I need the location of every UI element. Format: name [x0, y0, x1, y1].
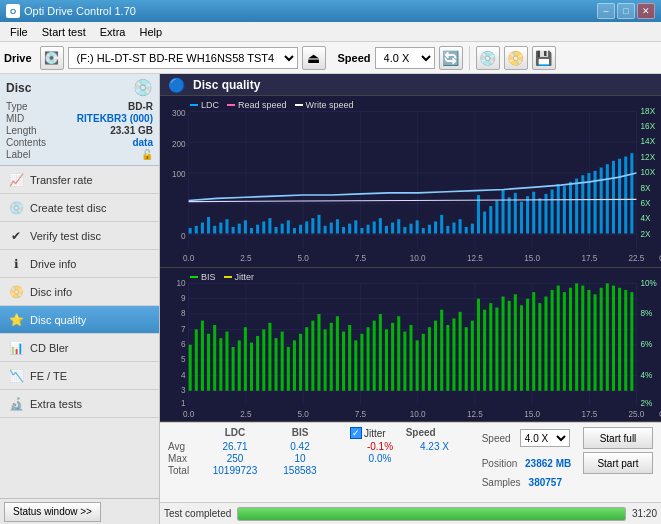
svg-text:2.5: 2.5 [240, 253, 252, 263]
svg-rect-196 [612, 285, 615, 390]
svg-text:10.0: 10.0 [410, 408, 426, 418]
disc-quality-label: Disc quality [30, 314, 86, 326]
drive-icon-btn[interactable]: 💽 [40, 46, 64, 70]
verify-test-disc-label: Verify test disc [30, 230, 101, 242]
disc-panel: Disc 💿 Type BD-R MID RITEKBR3 (000) Leng… [0, 74, 159, 166]
svg-rect-129 [201, 320, 204, 390]
samples-value: 380757 [529, 477, 562, 488]
svg-rect-153 [348, 325, 351, 391]
sidebar-item-verify-test-disc[interactable]: ✔ Verify test disc [0, 222, 159, 250]
svg-text:4%: 4% [641, 369, 653, 379]
disc-btn-2[interactable]: 📀 [504, 46, 528, 70]
svg-text:10%: 10% [641, 277, 658, 287]
svg-rect-30 [287, 220, 290, 233]
svg-rect-158 [379, 314, 382, 391]
svg-text:6%: 6% [641, 338, 653, 348]
menu-file[interactable]: File [4, 24, 34, 40]
svg-rect-195 [606, 283, 609, 390]
disc-panel-icon: 💿 [133, 78, 153, 97]
nav-items: 📈 Transfer rate 💿 Create test disc ✔ Ver… [0, 166, 159, 498]
drive-info-label: Drive info [30, 258, 76, 270]
jitter-checkbox-container[interactable]: ✓ Jitter [350, 427, 386, 439]
sidebar-item-drive-info[interactable]: ℹ Drive info [0, 250, 159, 278]
status-window-button[interactable]: Status window >> [4, 502, 101, 522]
speed-right-select[interactable]: 4.0 X [520, 429, 570, 447]
svg-rect-133 [225, 331, 228, 390]
disc-btn-1[interactable]: 💿 [476, 46, 500, 70]
disc-contents-label: Contents [6, 137, 46, 148]
svg-rect-128 [195, 329, 198, 390]
menu-extra[interactable]: Extra [94, 24, 132, 40]
total-bis: 158583 [270, 465, 330, 476]
svg-rect-16 [201, 223, 204, 234]
svg-rect-15 [195, 226, 198, 234]
chart2-legend: BIS Jitter [190, 272, 254, 282]
svg-rect-62 [483, 212, 486, 234]
start-part-button[interactable]: Start part [583, 452, 653, 474]
write-speed-legend-dot [295, 104, 303, 106]
sidebar-item-extra-tests[interactable]: 🔬 Extra tests [0, 390, 159, 418]
svg-rect-191 [581, 285, 584, 390]
svg-rect-28 [275, 227, 278, 234]
disc-mid-label: MID [6, 113, 24, 124]
svg-rect-138 [256, 335, 259, 390]
disc-length-label: Length [6, 125, 37, 136]
start-full-button[interactable]: Start full [583, 427, 653, 449]
sidebar-item-create-test-disc[interactable]: 💿 Create test disc [0, 194, 159, 222]
ldc-legend-label: LDC [201, 100, 219, 110]
speed-select[interactable]: 4.0 X [375, 47, 435, 69]
svg-rect-51 [416, 220, 419, 233]
app-title: Opti Drive Control 1.70 [24, 5, 597, 17]
menu-start-test[interactable]: Start test [36, 24, 92, 40]
refresh-button[interactable]: 🔄 [439, 46, 463, 70]
stats-table: LDC BIS ✓ Jitter Speed Avg 26.71 0.42 -0… [160, 423, 474, 502]
disc-contents-value: data [132, 137, 153, 148]
bis-legend-item: BIS [190, 272, 216, 282]
svg-text:10X: 10X [641, 167, 656, 177]
svg-text:10: 10 [176, 277, 185, 287]
window-controls: – □ ✕ [597, 3, 655, 19]
close-button[interactable]: ✕ [637, 3, 655, 19]
ldc-chart-svg: 300 200 100 0 18X 16X 14X 12X 10X 8X 6X … [160, 96, 661, 267]
svg-rect-163 [409, 325, 412, 391]
svg-rect-32 [299, 225, 302, 234]
svg-rect-171 [459, 311, 462, 390]
svg-rect-21 [232, 227, 235, 234]
max-label: Max [168, 453, 200, 464]
cd-bler-label: CD Bler [30, 342, 69, 354]
svg-text:8: 8 [181, 307, 186, 317]
svg-rect-141 [275, 338, 278, 391]
sidebar-status-bar: Status window >> [0, 498, 159, 524]
svg-rect-54 [434, 221, 437, 233]
maximize-button[interactable]: □ [617, 3, 635, 19]
jitter-checkbox[interactable]: ✓ [350, 427, 362, 439]
svg-rect-18 [213, 226, 216, 234]
svg-rect-136 [244, 327, 247, 391]
spacer [330, 427, 350, 439]
svg-rect-165 [422, 333, 425, 390]
sidebar-item-disc-quality[interactable]: ⭐ Disc quality [0, 306, 159, 334]
avg-bis: 0.42 [270, 441, 330, 452]
svg-rect-33 [305, 221, 308, 233]
svg-text:3: 3 [181, 384, 186, 394]
sidebar-item-transfer-rate[interactable]: 📈 Transfer rate [0, 166, 159, 194]
app-icon: O [6, 4, 20, 18]
sidebar-item-disc-info[interactable]: 📀 Disc info [0, 278, 159, 306]
svg-rect-81 [600, 168, 603, 234]
svg-rect-47 [391, 223, 394, 234]
minimize-button[interactable]: – [597, 3, 615, 19]
svg-text:15.0: 15.0 [524, 253, 540, 263]
sidebar-item-fe-te[interactable]: 📉 FE / TE [0, 362, 159, 390]
eject-button[interactable]: ⏏ [302, 46, 326, 70]
svg-rect-134 [232, 346, 235, 390]
svg-rect-14 [189, 228, 192, 234]
menu-help[interactable]: Help [133, 24, 168, 40]
save-button[interactable]: 💾 [532, 46, 556, 70]
samples-row: Samples 380757 [482, 477, 653, 488]
svg-text:4X: 4X [641, 213, 651, 223]
stats-max-row: Max 250 10 0.0% [168, 453, 466, 464]
svg-rect-60 [471, 224, 474, 234]
svg-rect-198 [624, 289, 627, 390]
drive-select[interactable]: (F:) HL-DT-ST BD-RE WH16NS58 TST4 [68, 47, 298, 69]
sidebar-item-cd-bler[interactable]: 📊 CD Bler [0, 334, 159, 362]
